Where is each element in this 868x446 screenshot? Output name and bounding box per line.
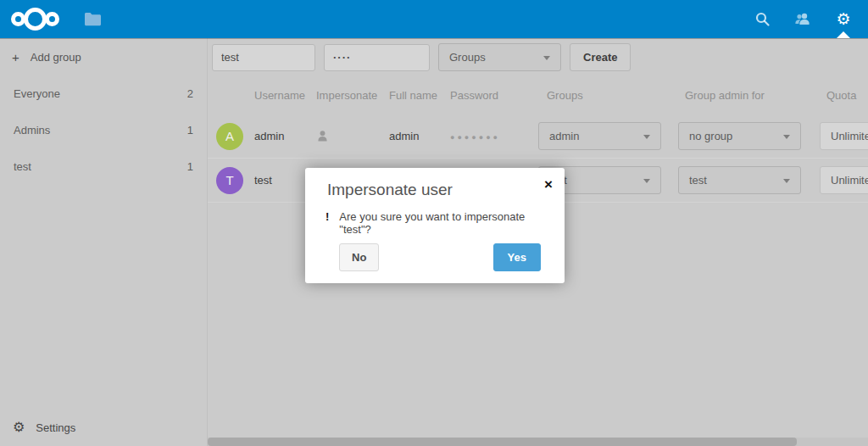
groups-sidebar: + Add group Everyone 2 Admins 1 test 1 ⚙… xyxy=(0,38,208,446)
avatar: A xyxy=(216,123,243,150)
group-label: Admins xyxy=(14,124,50,137)
fullname-cell[interactable]: admin xyxy=(389,130,450,142)
create-button[interactable]: Create xyxy=(570,43,631,71)
sidebar-item-test[interactable]: test 1 xyxy=(0,148,207,185)
quota-dropdown[interactable]: Unlimited xyxy=(820,122,868,150)
new-username-input[interactable] xyxy=(212,44,315,71)
dialog-message: Are you sure you want to impersonate "te… xyxy=(339,210,548,236)
group-count: 2 xyxy=(187,87,193,100)
search-icon[interactable] xyxy=(753,0,771,38)
sidebar-item-everyone[interactable]: Everyone 2 xyxy=(0,75,207,112)
top-bar: ⚙ xyxy=(0,0,868,38)
active-app-caret xyxy=(837,31,850,38)
logo-circle-right xyxy=(45,12,59,26)
group-label: test xyxy=(14,160,31,173)
chevron-down-icon xyxy=(783,135,790,139)
chevron-down-icon xyxy=(783,179,790,183)
group-label: Everyone xyxy=(14,87,60,100)
settings-label: Settings xyxy=(36,421,75,434)
header-quota: Quota xyxy=(820,89,868,102)
settings-button[interactable]: ⚙ Settings xyxy=(0,409,207,446)
impersonate-user-icon[interactable] xyxy=(316,130,329,142)
files-folder-icon[interactable] xyxy=(83,0,102,38)
header-impersonate: Impersonate xyxy=(316,89,389,102)
group-count: 1 xyxy=(187,160,193,173)
group-admin-dropdown[interactable]: test xyxy=(678,166,801,194)
dialog-title: Impersonate user xyxy=(305,168,565,199)
chevron-down-icon xyxy=(643,135,650,139)
new-user-groups-dropdown[interactable]: Groups xyxy=(438,43,561,71)
quota-dropdown[interactable]: Unlimited xyxy=(820,166,868,194)
add-group-button[interactable]: + Add group xyxy=(0,38,207,75)
settings-gear-icon[interactable]: ⚙ xyxy=(834,0,853,38)
group-count: 1 xyxy=(187,124,193,137)
group-admin-dropdown[interactable]: no group xyxy=(678,122,801,150)
yes-button[interactable]: Yes xyxy=(493,243,541,271)
horizontal-scrollbar-track[interactable] xyxy=(208,438,868,446)
header-groups: Groups xyxy=(538,89,678,102)
chevron-down-icon xyxy=(643,179,650,183)
table-row-admin: A admin admin ●●●●●●● admin no group Unl… xyxy=(208,114,868,159)
header-group-admin: Group admin for xyxy=(678,89,820,102)
dialog-body: ! Are you sure you want to impersonate "… xyxy=(326,210,548,236)
username-cell: admin xyxy=(254,130,316,142)
plus-icon: + xyxy=(12,50,19,64)
password-mask[interactable]: ●●●●●●● xyxy=(450,133,500,142)
users-table-header: Username Impersonate Full name Password … xyxy=(208,76,868,114)
close-icon[interactable]: × xyxy=(544,177,553,192)
contacts-icon[interactable] xyxy=(793,0,812,38)
gear-glyph: ⚙ xyxy=(836,11,850,27)
new-password-input[interactable] xyxy=(324,44,430,71)
header-fullname: Full name xyxy=(389,89,450,102)
nextcloud-logo[interactable] xyxy=(11,8,59,31)
avatar: T xyxy=(216,167,243,194)
add-group-label: Add group xyxy=(31,51,81,64)
groups-dropdown[interactable]: admin xyxy=(538,122,661,150)
sidebar-item-admins[interactable]: Admins 1 xyxy=(0,112,207,148)
header-password: Password xyxy=(450,89,538,102)
alert-icon: ! xyxy=(326,210,329,223)
new-user-form: Groups Create xyxy=(208,38,868,76)
dropdown-label: Groups xyxy=(439,51,486,64)
horizontal-scrollbar-thumb[interactable] xyxy=(208,438,797,446)
chevron-down-icon xyxy=(543,56,550,60)
topbar-right-icons: ⚙ xyxy=(753,0,853,38)
header-username: Username xyxy=(254,89,316,102)
settings-gear-icon-small: ⚙ xyxy=(13,421,25,434)
no-button[interactable]: No xyxy=(339,243,379,271)
impersonate-user-dialog: Impersonate user × ! Are you sure you wa… xyxy=(305,168,565,283)
logo-circle-center xyxy=(24,8,47,31)
